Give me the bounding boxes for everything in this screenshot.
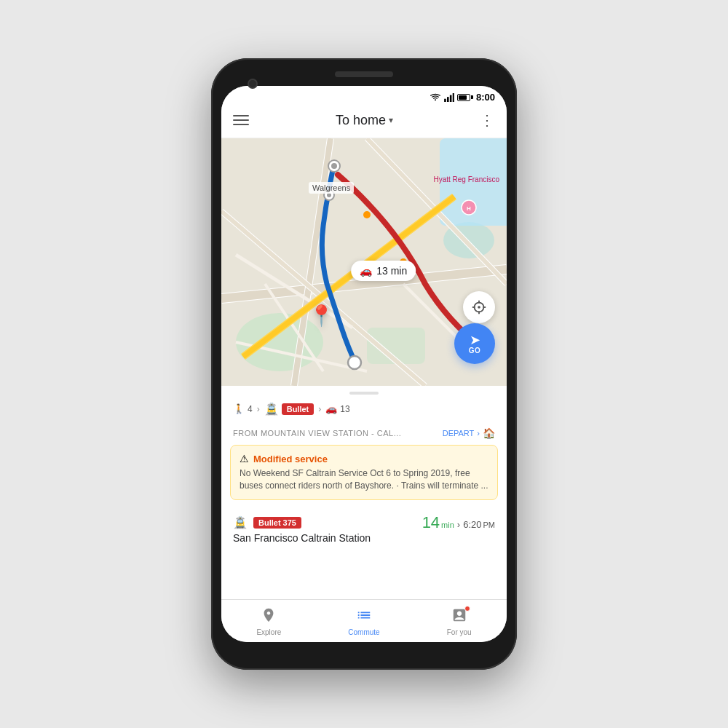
train-icon: 🚊 (264, 402, 279, 416)
station-name: FROM MOUNTAIN VIEW STATION - CAL... (233, 429, 401, 438)
svg-text:H: H (467, 205, 471, 212)
walgreens-label: Walgreens (309, 182, 354, 194)
svg-point-30 (331, 163, 337, 169)
drive-icon: 🚗 (325, 403, 337, 414)
status-bar: 8:00 (221, 86, 507, 106)
depart-time-arrow: › (457, 519, 460, 530)
depart-arrow-icon: › (477, 429, 480, 438)
navigation-arrow-icon: ➤ (470, 333, 480, 347)
alert-box[interactable]: ⚠ Modified service No Weekend SF Caltrai… (230, 445, 498, 500)
alert-body: No Weekend SF Caltrain Service Oct 6 to … (240, 467, 488, 492)
bottom-nav: Explore Commute (221, 599, 507, 642)
walk-step: 🚶 4 (233, 403, 253, 414)
for-you-label: For you (447, 628, 472, 636)
svg-point-35 (478, 306, 480, 309)
alert-title-row: ⚠ Modified service (240, 453, 488, 464)
step-arrow-1: › (257, 404, 260, 414)
train-option-header: 🚊 Bullet 375 14 min › 6:20 PM (233, 515, 495, 531)
depart-label: DEPART (443, 429, 475, 438)
drag-handle (349, 392, 379, 395)
header-title[interactable]: To home ▾ (336, 113, 393, 128)
step-arrow-2: › (318, 404, 321, 414)
train-station-name: San Francisco Caltrain Station (233, 532, 495, 544)
bullet-375-badge: Bullet 375 (253, 517, 301, 529)
route-time-badge: 🚗 13 min (351, 261, 416, 281)
explore-icon (261, 607, 277, 627)
battery-icon (457, 94, 470, 101)
status-time: 8:00 (476, 92, 495, 103)
crosshair-icon (471, 299, 487, 315)
depart-period: PM (483, 521, 496, 529)
destination-pin-icon: 📍 (309, 304, 334, 328)
svg-point-33 (348, 356, 361, 369)
commute-icon (356, 607, 372, 627)
speaker (335, 71, 393, 77)
explore-label: Explore (256, 628, 281, 636)
alert-title-text: Modified service (253, 454, 328, 464)
hyatt-label: Hyatt Reg Francisco (433, 175, 499, 184)
go-button[interactable]: ➤ GO (454, 323, 495, 364)
nav-explore[interactable]: Explore (221, 604, 317, 639)
more-options-icon[interactable]: ⋮ (480, 111, 495, 129)
depart-button[interactable]: DEPART › 🏠 (443, 427, 495, 439)
header-title-text: To home (336, 113, 386, 128)
depart-time: 6:20 (463, 519, 481, 530)
location-button[interactable] (463, 291, 495, 323)
drive-step: 🚗 13 (325, 403, 349, 414)
svg-rect-0 (444, 98, 446, 101)
route-summary: 🚶 4 › 🚊 Bullet › 🚗 13 (221, 402, 507, 424)
train-step: 🚊 Bullet (264, 402, 314, 416)
train-time-info: 14 min › 6:20 PM (422, 515, 495, 531)
phone-frame: 8:00 To home ▾ ⋮ (211, 58, 517, 670)
camera (248, 79, 258, 89)
train-min-label: min (441, 521, 454, 529)
for-you-badge-container (451, 607, 467, 627)
svg-rect-3 (453, 93, 454, 102)
svg-rect-1 (447, 97, 449, 102)
status-icons: 8:00 (430, 92, 495, 103)
train-option-icon: 🚊 (233, 515, 248, 529)
nav-commute[interactable]: Commute (317, 604, 412, 639)
nav-for-you[interactable]: For you (411, 604, 507, 639)
phone-screen: 8:00 To home ▾ ⋮ (221, 86, 507, 642)
drive-minutes: 13 (340, 404, 349, 414)
signal-icon (444, 93, 454, 102)
walk-icon: 🚶 (233, 403, 245, 414)
dropdown-arrow-icon: ▾ (389, 115, 393, 125)
svg-point-23 (363, 211, 371, 218)
commute-label: Commute (348, 628, 379, 636)
svg-rect-2 (450, 95, 452, 101)
go-label: GO (469, 347, 481, 355)
home-icon: 🏠 (483, 427, 495, 439)
wifi-icon (430, 93, 441, 102)
menu-icon[interactable] (233, 115, 249, 125)
train-option[interactable]: 🚊 Bullet 375 14 min › 6:20 PM San Franci… (221, 507, 507, 551)
map-container: Trousdale Dr Rollins Rd H Walgreens H (221, 138, 507, 386)
station-row: FROM MOUNTAIN VIEW STATION - CAL... DEPA… (221, 424, 507, 445)
for-you-icon (451, 610, 467, 626)
content-panel: 🚶 4 › 🚊 Bullet › 🚗 13 FROM MOUNTAIN VIEW… (221, 386, 507, 599)
drive-time: 13 min (376, 265, 407, 277)
bullet-badge: Bullet (282, 403, 314, 415)
warning-icon: ⚠ (240, 453, 249, 464)
walk-minutes: 4 (248, 404, 253, 414)
car-icon: 🚗 (360, 265, 372, 277)
app-header: To home ▾ ⋮ (221, 106, 507, 138)
notification-badge (464, 606, 470, 612)
train-minutes: 14 (422, 515, 440, 531)
